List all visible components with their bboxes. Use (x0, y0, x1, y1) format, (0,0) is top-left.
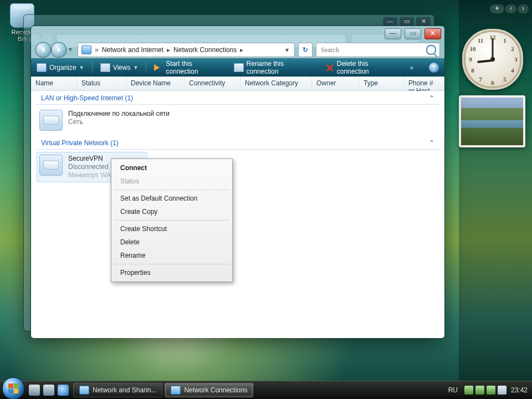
nav-row: ▾ « Network and Internet ▸ Network Conne… (31, 42, 444, 58)
search-box[interactable] (316, 43, 440, 57)
col-connectivity[interactable]: Connectivity (185, 77, 241, 90)
ctx-set-default[interactable]: Set as Default Connection (112, 192, 231, 205)
col-type[interactable]: Type (359, 77, 404, 90)
ql-show-desktop[interactable] (29, 385, 40, 396)
titlebar[interactable]: — ▭ ✕ (31, 26, 444, 42)
bg-close-button[interactable]: ✕ (416, 17, 431, 26)
address-dropdown-button[interactable]: ▾ (283, 46, 291, 54)
ctx-rename[interactable]: Rename (112, 249, 231, 262)
breadcrumb-seg-2[interactable]: Network Connections (173, 46, 237, 54)
bg-maximize-button[interactable]: ▭ (400, 17, 414, 26)
col-device[interactable]: Device Name (126, 77, 185, 90)
slideshow-gadget[interactable] (459, 95, 525, 147)
content-pane[interactable]: LAN or High-Speed Internet (1) ⌃ Подключ… (31, 91, 444, 338)
system-tray: RU 23:42 (444, 386, 532, 395)
ctx-connect[interactable]: Connect (112, 161, 231, 175)
sidebar-prev-button[interactable]: ‹ (505, 4, 516, 13)
group-header-vpn-label: Virtual Private Network (1) (41, 139, 119, 147)
breadcrumb-seg-1[interactable]: Network and Internet (102, 46, 163, 54)
maximize-button[interactable]: ▭ (405, 28, 421, 39)
address-bar[interactable]: « Network and Internet ▸ Network Connect… (78, 43, 295, 57)
minimize-button[interactable]: — (385, 28, 401, 39)
ctx-create-copy[interactable]: Create Copy (112, 205, 231, 218)
connection-vpn-name: SecureVPN (68, 155, 116, 163)
separator (92, 62, 93, 73)
col-phone-host[interactable]: Phone # or Host Addre... (404, 77, 444, 90)
quick-launch (29, 385, 69, 396)
sidebar-panel: + ‹ › 12 1 2 3 4 5 6 7 8 9 10 11 (459, 0, 532, 382)
rename-icon (234, 63, 244, 72)
col-owner[interactable]: Owner (312, 77, 359, 90)
desktop[interactable]: Recycle Bin + ‹ › 12 1 2 3 4 5 6 7 8 9 1… (0, 0, 532, 399)
context-menu: Connect Status Set as Default Connection… (111, 158, 233, 282)
organize-button[interactable]: Organize ▼ (37, 63, 84, 72)
clock-num-10: 10 (470, 45, 476, 52)
collapse-icon[interactable]: ⌃ (429, 94, 434, 102)
refresh-button[interactable]: ↻ (298, 43, 313, 57)
separator (146, 62, 146, 73)
clock-gadget[interactable]: 12 1 2 3 4 5 6 7 8 9 10 11 (462, 29, 523, 90)
start-connection-label: Start this connection (166, 60, 226, 75)
delete-connection-button[interactable]: Delete this connection (325, 60, 402, 75)
nav-buttons: ▾ (35, 42, 74, 58)
connection-lan-text: Подключение по локальной сети Сеть (68, 110, 170, 131)
chevron-right-icon[interactable]: ▸ (240, 46, 243, 54)
ctx-create-shortcut[interactable]: Create Shortcut (112, 222, 231, 236)
chevron-down-icon: ▼ (79, 65, 84, 70)
search-icon[interactable] (426, 45, 436, 55)
help-button[interactable]: ? (429, 63, 439, 73)
network-adapter-icon (39, 110, 63, 131)
ql-internet-explorer[interactable] (58, 385, 69, 396)
tray-volume-icon[interactable] (498, 386, 507, 395)
connection-vpn-text: SecureVPN Disconnected Минипорт WAN (68, 155, 116, 180)
taskbar-item-network-connections[interactable]: Network Connections (165, 383, 253, 397)
search-input[interactable] (320, 45, 426, 55)
sidebar-add-gadget-button[interactable]: + (490, 4, 504, 13)
taskbar[interactable]: Network and Sharin... Network Connection… (0, 381, 532, 399)
separator (114, 220, 230, 221)
ctx-properties[interactable]: Properties (112, 266, 231, 279)
tray-security-icon[interactable] (464, 386, 473, 395)
tray-network-icon[interactable] (475, 386, 484, 395)
clock-readout[interactable]: 23:42 (511, 386, 528, 394)
organize-label: Organize (49, 64, 76, 71)
delete-icon (325, 64, 334, 71)
column-header: Name Status Device Name Connectivity Net… (31, 76, 444, 91)
nav-history-dropdown[interactable]: ▾ (66, 42, 74, 57)
nav-back-button[interactable] (35, 42, 51, 58)
sidebar-next-button[interactable]: › (518, 4, 529, 13)
group-header-vpn[interactable]: Virtual Private Network (1) ⌃ (35, 136, 440, 150)
taskbar-item-network-sharing[interactable]: Network and Sharin... (73, 383, 162, 397)
bg-minimize-button[interactable]: — (383, 17, 397, 26)
rename-connection-button[interactable]: Rename this connection (234, 60, 318, 75)
start-button[interactable] (2, 377, 24, 399)
breadcrumb-overflow-icon[interactable]: « (95, 46, 99, 54)
clock-num-6: 6 (491, 79, 494, 86)
clock-num-5: 5 (503, 76, 507, 83)
col-network-cat[interactable]: Network Category (241, 77, 312, 90)
clock-num-2: 2 (511, 45, 514, 52)
close-button[interactable]: ✕ (424, 28, 441, 39)
language-indicator[interactable]: RU (448, 386, 458, 394)
col-status[interactable]: Status (77, 77, 126, 90)
views-button[interactable]: Views ▼ (100, 63, 139, 72)
ql-switch-windows[interactable] (43, 385, 54, 396)
chevron-right-icon[interactable]: ▸ (167, 46, 170, 54)
tray-network2-icon[interactable] (487, 386, 495, 395)
chevron-down-icon: ▼ (133, 65, 138, 70)
ctx-status: Status (112, 175, 231, 188)
start-connection-button[interactable]: Start this connection (154, 60, 226, 75)
group-header-lan-label: LAN or High-Speed Internet (1) (41, 94, 133, 102)
ctx-delete[interactable]: Delete (112, 236, 231, 249)
taskbar-item-label: Network and Sharin... (93, 386, 156, 394)
col-name[interactable]: Name (31, 77, 77, 90)
clock-num-1: 1 (503, 37, 507, 44)
vpn-adapter-icon (39, 155, 63, 176)
clock-num-9: 9 (469, 56, 472, 63)
nav-forward-button[interactable] (51, 42, 66, 58)
clock-num-3: 3 (514, 56, 518, 63)
toolbar-overflow-button[interactable]: » (410, 64, 413, 71)
connection-lan[interactable]: Подключение по локальной сети Сеть (37, 107, 439, 134)
group-header-lan[interactable]: LAN or High-Speed Internet (1) ⌃ (35, 91, 440, 105)
collapse-icon[interactable]: ⌃ (429, 139, 434, 147)
